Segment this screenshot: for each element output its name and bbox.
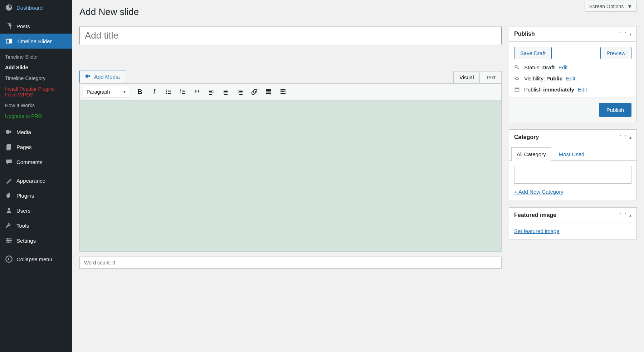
category-title: Category xyxy=(514,134,539,140)
add-media-button[interactable]: Add Media xyxy=(79,70,125,83)
submenu-timeline: Timeline Slider Add Slide Timeline Categ… xyxy=(0,49,72,124)
svg-rect-37 xyxy=(239,94,243,95)
visibility-value: Public xyxy=(546,75,562,81)
toggle-icon[interactable]: ▴ xyxy=(629,31,631,36)
menu-timeline-slider[interactable]: Timeline Slider xyxy=(0,34,72,49)
menu-users[interactable]: Users xyxy=(0,203,72,218)
publish-box: Publish ˄ ˅ ▴ Save Draft Preview xyxy=(509,26,637,122)
quote-button[interactable] xyxy=(191,86,204,98)
svg-rect-25 xyxy=(182,93,185,94)
page-icon xyxy=(5,143,13,151)
move-down-icon[interactable]: ˅ xyxy=(624,213,626,218)
move-up-icon[interactable]: ˄ xyxy=(619,31,621,36)
menu-dashboard[interactable]: Dashboard xyxy=(0,0,72,15)
svg-rect-21 xyxy=(182,90,185,90)
category-list[interactable] xyxy=(514,166,631,184)
admin-sidebar: Dashboard Posts Timeline Slider Timeline… xyxy=(0,0,72,352)
tool-icon xyxy=(5,222,13,229)
tab-text[interactable]: Text xyxy=(480,71,502,83)
menu-tools[interactable]: Tools xyxy=(0,218,72,233)
submenu-upgrade-pro[interactable]: Upgrade to PRO xyxy=(0,111,72,122)
featured-image-box: Featured image ˄ ˅ ▴ Set featured image xyxy=(509,207,637,239)
add-new-category-link[interactable]: + Add New Category xyxy=(514,189,564,195)
save-draft-button[interactable]: Save Draft xyxy=(514,47,552,59)
settings-icon xyxy=(5,237,13,244)
bullet-list-button[interactable] xyxy=(162,86,175,98)
menu-settings[interactable]: Settings xyxy=(0,233,72,248)
svg-rect-43 xyxy=(282,91,283,92)
main-content: Screen Options ▼ Add New slide Add Media… xyxy=(72,0,644,352)
svg-rect-40 xyxy=(266,93,271,94)
edit-status-link[interactable]: Edit xyxy=(558,64,568,70)
menu-collapse[interactable]: Collapse menu xyxy=(0,252,72,267)
svg-point-12 xyxy=(6,256,12,262)
menu-label: Appearance xyxy=(16,178,45,184)
menu-pages[interactable]: Pages xyxy=(0,139,72,154)
menu-appearance[interactable]: Appearance xyxy=(0,173,72,188)
svg-rect-33 xyxy=(224,94,228,95)
svg-rect-36 xyxy=(238,93,243,93)
svg-rect-15 xyxy=(168,90,171,90)
menu-label: Users xyxy=(16,208,30,214)
move-up-icon[interactable]: ˄ xyxy=(619,213,621,218)
link-button[interactable] xyxy=(248,86,261,98)
submenu-timeline-slider[interactable]: Timeline Slider xyxy=(0,51,72,62)
submenu-timeline-category[interactable]: Timeline Category xyxy=(0,73,72,84)
menu-label: Tools xyxy=(16,223,29,229)
format-select[interactable]: Paragraph xyxy=(83,86,129,98)
menu-label: Posts xyxy=(16,23,30,29)
menu-label: Plugins xyxy=(16,193,34,199)
editor-footer: Word count: 0 xyxy=(79,257,502,269)
submenu-add-slide[interactable]: Add Slide xyxy=(0,62,72,73)
svg-rect-30 xyxy=(223,90,228,90)
menu-media[interactable]: Media xyxy=(0,124,72,139)
status-value: Draft xyxy=(542,64,555,70)
menu-plugins[interactable]: Plugins xyxy=(0,188,72,203)
move-down-icon[interactable]: ˅ xyxy=(624,135,626,140)
svg-rect-28 xyxy=(209,93,214,93)
tab-most-used[interactable]: Most Used xyxy=(553,147,590,161)
menu-label: Timeline Slider xyxy=(16,38,52,44)
svg-rect-45 xyxy=(285,91,286,92)
submenu-how-it-works[interactable]: How It Works xyxy=(0,100,72,111)
svg-rect-1 xyxy=(6,40,9,43)
align-right-button[interactable] xyxy=(234,86,247,98)
publish-button[interactable]: Publish xyxy=(599,103,631,117)
numbered-list-button[interactable]: 123 xyxy=(176,86,189,98)
screen-options-label: Screen Options xyxy=(589,4,624,9)
italic-button[interactable]: I xyxy=(148,86,161,98)
submenu-install-popular[interactable]: Install Popular Plugins From WPOS xyxy=(0,84,72,100)
set-featured-image-link[interactable]: Set featured image xyxy=(514,228,560,234)
align-left-button[interactable] xyxy=(205,86,218,98)
screen-options-toggle[interactable]: Screen Options ▼ xyxy=(585,1,637,12)
bold-button[interactable]: B xyxy=(133,86,146,98)
tab-all-category[interactable]: All Category xyxy=(511,147,551,161)
readmore-button[interactable] xyxy=(262,86,275,98)
title-input[interactable] xyxy=(79,26,502,45)
slider-icon xyxy=(5,37,13,45)
svg-point-13 xyxy=(86,75,89,78)
dashboard-icon xyxy=(5,4,13,11)
media-icon xyxy=(5,128,13,136)
svg-rect-4 xyxy=(6,145,10,150)
menu-label: Comments xyxy=(16,159,43,165)
menu-comments[interactable]: Comments xyxy=(0,154,72,169)
menu-label: Media xyxy=(16,129,31,135)
svg-rect-35 xyxy=(239,91,243,92)
content-editor[interactable] xyxy=(79,100,502,252)
align-center-button[interactable] xyxy=(219,86,232,98)
media-icon xyxy=(85,73,91,80)
schedule-value: immediately xyxy=(543,86,574,93)
svg-point-18 xyxy=(166,93,167,94)
toggle-icon[interactable]: ▴ xyxy=(629,213,631,218)
toggle-icon[interactable]: ▴ xyxy=(629,135,631,140)
move-down-icon[interactable]: ˅ xyxy=(624,31,626,36)
preview-button[interactable]: Preview xyxy=(600,47,631,59)
menu-label: Pages xyxy=(16,144,32,150)
toolbar-toggle-button[interactable] xyxy=(277,86,289,98)
edit-schedule-link[interactable]: Edit xyxy=(578,86,587,93)
menu-posts[interactable]: Posts xyxy=(0,19,72,34)
edit-visibility-link[interactable]: Edit xyxy=(566,75,575,81)
move-up-icon[interactable]: ˄ xyxy=(619,135,621,140)
tab-visual[interactable]: Visual xyxy=(453,71,480,83)
